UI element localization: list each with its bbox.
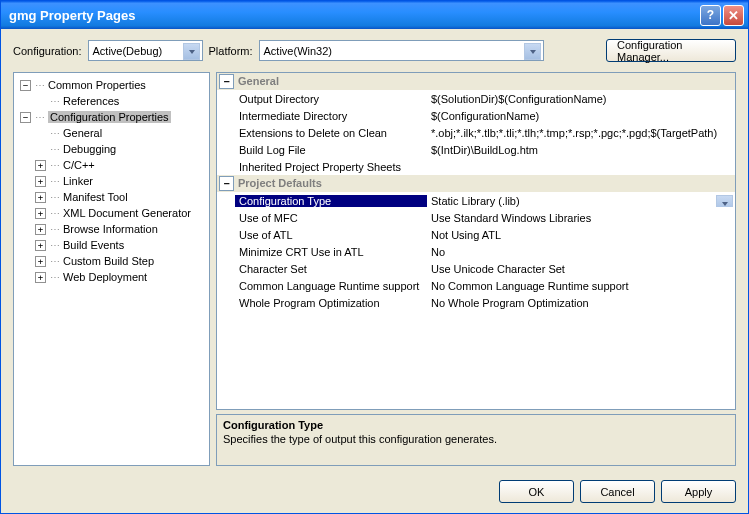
config-toolbar: Configuration: Active(Debug) Platform: A…	[1, 29, 748, 72]
plus-icon[interactable]: +	[35, 272, 46, 283]
configuration-manager-button[interactable]: Configuration Manager...	[606, 39, 736, 62]
tree-custom-build-step[interactable]: +⋯Custom Build Step	[16, 253, 207, 269]
description-panel: Configuration Type Specifies the type of…	[216, 414, 736, 466]
close-icon[interactable]: ✕	[723, 5, 744, 26]
property-row[interactable]: Minimize CRT Use in ATLNo	[217, 243, 735, 260]
tree-debugging[interactable]: ⋯Debugging	[16, 141, 207, 157]
platform-combo[interactable]: Active(Win32)	[259, 40, 544, 61]
main-area: −⋯Common Properties ⋯References −⋯Config…	[1, 72, 748, 472]
property-row[interactable]: Configuration TypeStatic Library (.lib)	[217, 192, 735, 209]
property-name: Whole Program Optimization	[217, 297, 427, 309]
tree-common-properties[interactable]: −⋯Common Properties	[16, 77, 207, 93]
property-row[interactable]: Common Language Runtime supportNo Common…	[217, 277, 735, 294]
tree-cpp[interactable]: +⋯C/C++	[16, 157, 207, 173]
property-value[interactable]: $(SolutionDir)$(ConfigurationName)	[427, 93, 735, 105]
tree-configuration-properties[interactable]: −⋯Configuration Properties	[16, 109, 207, 125]
property-name: Extensions to Delete on Clean	[217, 127, 427, 139]
property-name: Inherited Project Property Sheets	[217, 161, 427, 173]
description-text: Specifies the type of output this config…	[223, 433, 729, 445]
property-value[interactable]: Not Using ATL	[427, 229, 735, 241]
property-name: Intermediate Directory	[217, 110, 427, 122]
minus-icon[interactable]: −	[219, 176, 234, 191]
minus-icon[interactable]: −	[20, 80, 31, 91]
right-panel: −General Output Directory$(SolutionDir)$…	[216, 72, 736, 466]
property-value[interactable]: $(IntDir)\BuildLog.htm	[427, 144, 735, 156]
property-row[interactable]: Output Directory$(SolutionDir)$(Configur…	[217, 90, 735, 107]
titlebar[interactable]: gmg Property Pages ? ✕	[1, 1, 748, 29]
property-value[interactable]: $(ConfigurationName)	[427, 110, 735, 122]
property-row[interactable]: Whole Program OptimizationNo Whole Progr…	[217, 294, 735, 311]
property-name: Build Log File	[217, 144, 427, 156]
property-row[interactable]: Extensions to Delete on Clean*.obj;*.ilk…	[217, 124, 735, 141]
property-row[interactable]: Intermediate Directory$(ConfigurationNam…	[217, 107, 735, 124]
ok-button[interactable]: OK	[499, 480, 574, 503]
property-row[interactable]: Inherited Project Property Sheets	[217, 158, 735, 175]
property-value[interactable]: No Whole Program Optimization	[427, 297, 735, 309]
plus-icon[interactable]: +	[35, 208, 46, 219]
tree-general[interactable]: ⋯General	[16, 125, 207, 141]
property-row[interactable]: Use of MFCUse Standard Windows Libraries	[217, 209, 735, 226]
property-pages-window: gmg Property Pages ? ✕ Configuration: Ac…	[0, 0, 749, 514]
minus-icon[interactable]: −	[20, 112, 31, 123]
tree-build-events[interactable]: +⋯Build Events	[16, 237, 207, 253]
property-value[interactable]: Static Library (.lib)	[427, 195, 735, 207]
cancel-button[interactable]: Cancel	[580, 480, 655, 503]
tree-web-deployment[interactable]: +⋯Web Deployment	[16, 269, 207, 285]
tree-references[interactable]: ⋯References	[16, 93, 207, 109]
property-value[interactable]: *.obj;*.ilk;*.tlb;*.tli;*.tlh;*.tmp;*.rs…	[427, 127, 735, 139]
platform-label: Platform:	[209, 45, 253, 57]
property-name: Minimize CRT Use in ATL	[217, 246, 427, 258]
tree-browse-info[interactable]: +⋯Browse Information	[16, 221, 207, 237]
property-value[interactable]: No Common Language Runtime support	[427, 280, 735, 292]
property-row[interactable]: Use of ATLNot Using ATL	[217, 226, 735, 243]
property-name: Use of MFC	[217, 212, 427, 224]
apply-button[interactable]: Apply	[661, 480, 736, 503]
configuration-combo[interactable]: Active(Debug)	[88, 40, 203, 61]
nav-tree[interactable]: −⋯Common Properties ⋯References −⋯Config…	[13, 72, 210, 466]
property-value[interactable]: No	[427, 246, 735, 258]
property-row[interactable]: Build Log File$(IntDir)\BuildLog.htm	[217, 141, 735, 158]
description-title: Configuration Type	[223, 419, 729, 431]
plus-icon[interactable]: +	[35, 192, 46, 203]
property-value[interactable]: Use Standard Windows Libraries	[427, 212, 735, 224]
tree-manifest-tool[interactable]: +⋯Manifest Tool	[16, 189, 207, 205]
property-name: Common Language Runtime support	[217, 280, 427, 292]
window-title: gmg Property Pages	[5, 8, 698, 23]
property-row[interactable]: Character SetUse Unicode Character Set	[217, 260, 735, 277]
plus-icon[interactable]: +	[35, 256, 46, 267]
tree-xml-generator[interactable]: +⋯XML Document Generator	[16, 205, 207, 221]
configuration-label: Configuration:	[13, 45, 82, 57]
dialog-footer: OK Cancel Apply	[1, 472, 748, 513]
tree-linker[interactable]: +⋯Linker	[16, 173, 207, 189]
plus-icon[interactable]: +	[35, 176, 46, 187]
category-general[interactable]: −General	[217, 73, 735, 90]
minus-icon[interactable]: −	[219, 74, 234, 89]
property-name: Configuration Type	[235, 195, 427, 207]
property-value[interactable]: Use Unicode Character Set	[427, 263, 735, 275]
plus-icon[interactable]: +	[35, 224, 46, 235]
property-name: Use of ATL	[217, 229, 427, 241]
help-icon[interactable]: ?	[700, 5, 721, 26]
plus-icon[interactable]: +	[35, 160, 46, 171]
property-grid[interactable]: −General Output Directory$(SolutionDir)$…	[216, 72, 736, 410]
plus-icon[interactable]: +	[35, 240, 46, 251]
property-name: Character Set	[217, 263, 427, 275]
category-project-defaults[interactable]: −Project Defaults	[217, 175, 735, 192]
property-name: Output Directory	[217, 93, 427, 105]
